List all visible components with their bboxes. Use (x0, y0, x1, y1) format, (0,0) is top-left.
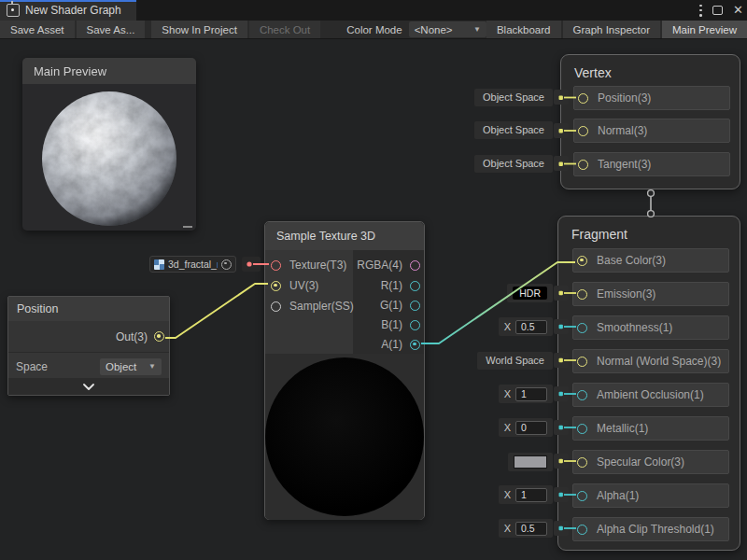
tab-title: New Shader Graph (25, 4, 121, 17)
a-output-port[interactable] (410, 340, 420, 350)
tangent-space-pill[interactable]: Object Space (474, 155, 553, 173)
texture-input-row[interactable]: Texture(T3) (271, 255, 346, 275)
normal-ws-space-pill[interactable]: World Space (477, 352, 553, 370)
fragment-row-ambient-occlusion[interactable]: Ambient Occlusion(1) (572, 383, 729, 407)
normal-ws-input-port[interactable] (577, 357, 587, 367)
metallic-input-port[interactable] (577, 424, 587, 434)
specular-color-connector (554, 454, 569, 469)
texture-3d-icon (154, 259, 164, 270)
alpha-value-field[interactable]: X 1 (499, 485, 553, 504)
smoothness-value-field[interactable]: X 0.5 (499, 317, 553, 336)
normal-space-connector (554, 123, 569, 138)
tangent-input-port[interactable] (578, 160, 588, 170)
sample-texture-3d-node[interactable]: Sample Texture 3D Texture(T3) UV(3) Samp… (264, 221, 425, 520)
smoothness-input-port[interactable] (577, 323, 587, 333)
main-preview-panel[interactable]: Main Preview (22, 58, 196, 231)
specular-color-input-port[interactable] (577, 457, 587, 468)
metallic-input[interactable]: 0 (515, 421, 547, 435)
rgba-output-port[interactable] (410, 260, 420, 271)
g-output-row[interactable]: G(1) (380, 295, 424, 315)
fragment-row-metallic[interactable]: Metallic(1) (572, 416, 729, 441)
main-preview-toggle-button[interactable]: Main Preview (662, 21, 747, 38)
fragment-node[interactable]: Fragment Base Color(3) Emission(3) Smoot… (557, 216, 740, 551)
color-mode-dropdown[interactable]: <None> ▼ (409, 21, 486, 37)
chevron-down-icon: ▼ (473, 25, 481, 34)
specular-color-swatch[interactable] (514, 455, 547, 469)
alpha-clip-input-port[interactable] (577, 525, 587, 535)
normal-space-pill[interactable]: Object Space (474, 121, 553, 139)
object-picker-icon[interactable] (221, 259, 232, 270)
vertex-node[interactable]: Vertex Position(3) Normal(3) Tangent(3) (560, 54, 740, 189)
texture-object-field[interactable]: 3d_fractal_n (149, 256, 236, 273)
sampler-input-port[interactable] (271, 301, 281, 312)
fragment-row-normal-ws[interactable]: Normal (World Space)(3) (572, 349, 729, 373)
close-icon[interactable]: ✕ (733, 0, 743, 21)
check-out-button[interactable]: Check Out (249, 21, 320, 38)
ambient-occlusion-value-field[interactable]: X 1 (499, 385, 553, 403)
out-output-port[interactable] (154, 331, 164, 342)
resize-grip[interactable] (183, 226, 192, 228)
texture-asset-name: 3d_fractal_n (168, 259, 218, 270)
alpha-input-port[interactable] (577, 491, 587, 501)
fragment-row-alpha[interactable]: Alpha(1) (572, 483, 729, 508)
maximize-icon[interactable] (712, 6, 723, 15)
vertex-row-tangent[interactable]: Tangent(3) (573, 152, 730, 176)
emission-input-port[interactable] (577, 289, 587, 300)
position-space-pill[interactable]: Object Space (474, 89, 553, 106)
space-dropdown[interactable]: Object ▼ (100, 358, 162, 375)
preview-sphere (41, 91, 177, 227)
ambient-occlusion-input[interactable]: 1 (515, 387, 547, 401)
alpha-clip-input[interactable]: 0.5 (515, 522, 547, 536)
show-in-project-button[interactable]: Show In Project (151, 21, 247, 38)
uv-input-port[interactable] (271, 281, 281, 291)
alpha-clip-value-field[interactable]: X 0.5 (499, 519, 553, 538)
vertex-row-normal[interactable]: Normal(3) (573, 119, 730, 143)
alpha-input[interactable]: 1 (515, 488, 547, 502)
graph-toolbar: Save Asset Save As... Show In Project Ch… (0, 21, 747, 39)
metallic-value-field[interactable]: X 0 (499, 418, 553, 437)
sampler-input-row[interactable]: Sampler(SS) (271, 296, 354, 316)
fragment-row-emission[interactable]: Emission(3) (572, 282, 729, 306)
window-controls: ✕ (699, 0, 743, 21)
save-as-button[interactable]: Save As... (77, 21, 146, 38)
smoothness-connector (554, 319, 569, 334)
g-output-port[interactable] (410, 301, 420, 311)
active-tab-accent (0, 0, 136, 2)
main-preview-title[interactable]: Main Preview (22, 58, 196, 84)
vertex-row-position[interactable]: Position(3) (573, 86, 730, 110)
color-mode-value: <None> (415, 24, 453, 35)
position-node[interactable]: Position Out(3) Space Object ▼ (7, 296, 170, 396)
tab-bar: New Shader Graph ✕ (0, 0, 747, 21)
tab-new-shader-graph[interactable]: New Shader Graph (0, 0, 136, 21)
shader-graph-window: New Shader Graph ✕ Save Asset Save As...… (0, 0, 747, 560)
normal-input-port[interactable] (578, 126, 588, 136)
collapse-toggle[interactable] (8, 378, 169, 395)
rgba-output-row[interactable]: RGBA(4) (357, 255, 424, 275)
alpha-connector (554, 487, 569, 502)
fragment-row-specular-color[interactable]: Specular Color(3) (572, 450, 729, 474)
blackboard-toggle-button[interactable]: Blackboard (486, 21, 561, 38)
more-options-icon[interactable] (699, 5, 702, 17)
b-output-port[interactable] (410, 320, 420, 330)
r-output-row[interactable]: R(1) (381, 275, 424, 296)
uv-input-row[interactable]: UV(3) (271, 275, 318, 296)
position-input-port[interactable] (578, 93, 588, 104)
hdr-color-field[interactable]: HDR (513, 287, 547, 300)
specular-color-field[interactable] (508, 453, 553, 471)
b-output-row[interactable]: B(1) (381, 315, 424, 335)
base-color-input-port[interactable] (577, 256, 587, 266)
save-asset-button[interactable]: Save Asset (0, 21, 75, 38)
smoothness-input[interactable]: 0.5 (515, 320, 547, 334)
tangent-space-connector (554, 156, 569, 171)
graph-inspector-toggle-button[interactable]: Graph Inspector (563, 21, 660, 38)
emission-hdr-field[interactable]: HDR (507, 284, 553, 302)
r-output-port[interactable] (410, 281, 420, 291)
fragment-row-smoothness[interactable]: Smoothness(1) (572, 315, 729, 340)
a-output-row[interactable]: A(1) (381, 334, 424, 355)
ambient-occlusion-input-port[interactable] (577, 390, 587, 400)
fragment-row-alpha-clip[interactable]: Alpha Clip Threshold(1) (572, 517, 729, 541)
texture-input-port[interactable] (271, 260, 281, 271)
fragment-row-base-color[interactable]: Base Color(3) (572, 248, 729, 273)
position-out-row[interactable]: Out(3) (8, 321, 169, 353)
alpha-clip-connector (554, 521, 569, 536)
